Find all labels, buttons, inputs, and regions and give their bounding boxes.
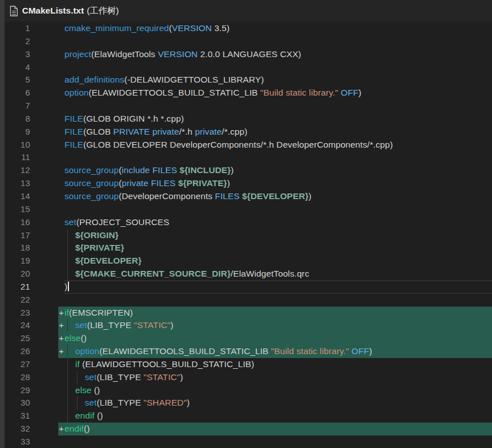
code-line[interactable]: 13source_group(private FILES ${PRIVATE})	[0, 177, 492, 190]
code-line[interactable]: 22	[0, 294, 492, 307]
code-line[interactable]: 6option(ELAWIDGETTOOLS_BUILD_STATIC_LIB …	[0, 87, 492, 100]
code-text[interactable]: else ()	[75, 384, 100, 397]
code-line[interactable]: 16set(PROJECT_SOURCES	[0, 216, 492, 229]
code-token: (ELAWIDGETTOOLS_BUILD_STATIC_LIB	[89, 88, 260, 97]
code-token: private	[122, 178, 148, 188]
indent-guide	[67, 397, 68, 410]
text-cursor	[68, 282, 69, 291]
code-line[interactable]: 26+option(ELAWIDGETTOOLS_BUILD_STATIC_LI…	[0, 345, 492, 358]
code-line[interactable]: 23+if(EMSCRIPTEN)	[0, 307, 492, 320]
code-token: endif	[64, 424, 84, 433]
code-line[interactable]: 4	[0, 61, 492, 74]
code-text[interactable]: FILE(GLOB DEVELOPER DeveloperComponents/…	[64, 139, 393, 152]
code-line[interactable]: 2	[0, 35, 492, 48]
code-token: (ELAWIDGETTOOLS_BUILD_STATIC_LIB)	[80, 359, 254, 369]
code-line[interactable]: 1cmake_minimum_required(VERSION 3.5)	[0, 22, 492, 35]
code-text[interactable]: set(LIB_TYPE "STATIC")	[85, 371, 183, 384]
file-document-icon	[10, 6, 18, 16]
code-token: )	[359, 88, 361, 97]
diff-added-highlight	[58, 332, 492, 345]
code-text[interactable]: ${CMAKE_CURRENT_SOURCE_DIR}/ElaWidgetToo…	[75, 268, 309, 281]
code-token: VERSION	[158, 49, 197, 59]
code-line[interactable]: 24+set(LIB_TYPE "STATIC")	[0, 319, 492, 332]
code-token: OFF	[352, 346, 369, 356]
code-line[interactable]: 14source_group(DeveloperComponents FILES…	[0, 190, 492, 203]
code-token: if	[64, 308, 69, 317]
code-token: /ElaWidgetTools.qrc	[231, 269, 309, 278]
code-token: (DeveloperComponents	[119, 191, 215, 201]
code-line[interactable]: 27if (ELAWIDGETTOOLS_BUILD_STATIC_LIB)	[0, 358, 492, 371]
code-text[interactable]: if(EMSCRIPTEN)	[64, 307, 133, 320]
code-text[interactable]: endif ()	[75, 410, 103, 423]
code-text[interactable]: if (ELAWIDGETTOOLS_BUILD_STATIC_LIB)	[75, 358, 254, 371]
code-line[interactable]: 21)	[0, 281, 492, 294]
code-text[interactable]: option(ELAWIDGETTOOLS_BUILD_STATIC_LIB "…	[64, 87, 361, 100]
code-token: (ElaWidgetTools	[91, 49, 158, 59]
code-text[interactable]: option(ELAWIDGETTOOLS_BUILD_STATIC_LIB "…	[75, 345, 372, 358]
code-text[interactable]: endif()	[64, 423, 90, 436]
code-line[interactable]: 31endif ()	[0, 410, 492, 423]
code-line[interactable]: 7	[0, 100, 492, 113]
code-line[interactable]: 3project(ElaWidgetTools VERSION 2.0.0 LA…	[0, 48, 492, 61]
indent-guide	[67, 345, 68, 358]
code-token: /*.cpp)	[222, 127, 248, 136]
code-text[interactable]: source_group(include FILES ${INCLUDE})	[64, 164, 234, 177]
code-editor[interactable]: 1cmake_minimum_required(VERSION 3.5)23pr…	[0, 21, 492, 448]
code-line[interactable]: 30set(LIB_TYPE "SHARED")	[0, 397, 492, 410]
code-line[interactable]: 17${ORIGIN}	[0, 229, 492, 242]
code-text[interactable]: ${PRIVATE}	[75, 242, 124, 255]
code-text[interactable]: add_definitions(-DELAWIDGETTOOLS_LIBRARY…	[64, 74, 264, 87]
code-token: (LIB_TYPE	[97, 398, 144, 407]
code-line[interactable]: 32+endif()	[0, 423, 492, 436]
code-line[interactable]: 18${PRIVATE}	[0, 242, 492, 255]
code-line[interactable]: 28set(LIB_TYPE "STATIC")	[0, 371, 492, 384]
code-token: ${ORIGIN}	[75, 230, 119, 240]
code-line[interactable]: 12source_group(include FILES ${INCLUDE})	[0, 164, 492, 177]
code-line[interactable]: 25+else()	[0, 332, 492, 345]
code-token: if	[75, 359, 80, 369]
code-line[interactable]: 19${DEVELOPER}	[0, 255, 492, 268]
code-line[interactable]: 33	[0, 436, 492, 448]
code-text[interactable]: set(LIB_TYPE "SHARED")	[85, 397, 190, 410]
diff-plus-marker: +	[59, 307, 64, 320]
code-line[interactable]: 8FILE(GLOB ORIGIN *.h *.cpp)	[0, 113, 492, 126]
panel-edge	[0, 0, 5, 448]
code-token: endif	[75, 411, 94, 420]
code-text[interactable]: )	[64, 281, 69, 294]
code-text[interactable]: project(ElaWidgetTools VERSION 2.0.0 LAN…	[64, 48, 301, 61]
code-token: )	[64, 282, 67, 291]
indent-guide	[67, 268, 68, 281]
file-header: CMakeLists.txt (工作树)	[0, 0, 492, 21]
code-token: option	[75, 346, 100, 356]
indent-guide	[67, 371, 68, 384]
code-text[interactable]: FILE(GLOB ORIGIN *.h *.cpp)	[64, 113, 184, 126]
code-text[interactable]: set(LIB_TYPE "STATIC")	[75, 319, 174, 332]
code-token: set	[75, 320, 87, 330]
code-token: add_definitions	[64, 75, 124, 84]
code-text[interactable]: set(PROJECT_SOURCES	[64, 216, 169, 229]
code-line[interactable]: 9FILE(GLOB PRIVATE private/*.h private/*…	[0, 126, 492, 139]
code-line[interactable]: 15	[0, 203, 492, 216]
code-token: "SHARED"	[144, 398, 187, 407]
code-text[interactable]: FILE(GLOB PRIVATE private/*.h private/*.…	[64, 126, 247, 139]
indent-guide	[67, 319, 68, 332]
code-text[interactable]: cmake_minimum_required(VERSION 3.5)	[64, 22, 230, 35]
code-line[interactable]: 5add_definitions(-DELAWIDGETTOOLS_LIBRAR…	[0, 74, 492, 87]
code-text[interactable]: ${DEVELOPER}	[75, 255, 142, 268]
code-token: 3.5)	[212, 23, 230, 33]
code-line[interactable]: 10FILE(GLOB DEVELOPER DeveloperComponent…	[0, 139, 492, 152]
code-token: FILE	[64, 127, 83, 136]
code-text[interactable]: source_group(DeveloperComponents FILES $…	[64, 190, 312, 203]
code-line[interactable]: 11	[0, 151, 492, 164]
code-text[interactable]: else()	[64, 332, 87, 345]
diff-plus-marker: +	[59, 319, 64, 332]
code-token: set	[85, 398, 97, 407]
indent-guide	[67, 255, 68, 268]
code-token: ${PRIVATE}	[75, 243, 124, 252]
file-name: CMakeLists.txt	[22, 6, 84, 16]
code-line[interactable]: 29else ()	[0, 384, 492, 397]
code-line[interactable]: 20${CMAKE_CURRENT_SOURCE_DIR}/ElaWidgetT…	[0, 268, 492, 281]
indent-guide	[67, 384, 68, 397]
code-text[interactable]: ${ORIGIN}	[75, 229, 119, 242]
code-text[interactable]: source_group(private FILES ${PRIVATE})	[64, 177, 230, 190]
